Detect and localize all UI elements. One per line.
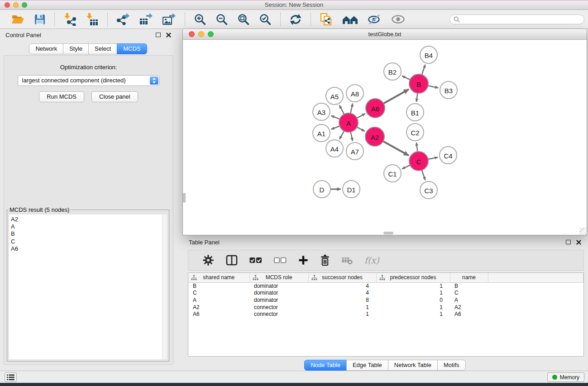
- graph-node-label: C: [416, 158, 421, 166]
- network-graph: B4B2BB3A5A8A6B1A3AA1C2A2A4A7C4CC1C3DD1: [183, 40, 587, 235]
- mcds-result-item[interactable]: C: [11, 238, 167, 245]
- table-row[interactable]: A6connector11A6: [188, 310, 583, 318]
- search-input[interactable]: [462, 16, 580, 23]
- mcds-result-group: MCDS result (5 nodes) A2ABCA6: [7, 206, 169, 362]
- trash-icon: [320, 254, 330, 266]
- control-panel-title: Control Panel: [5, 32, 41, 38]
- close-panel-button[interactable]: Close panel: [91, 91, 138, 102]
- network-window-titlebar[interactable]: testGlobe.txt: [183, 29, 587, 40]
- delete-column-button[interactable]: [320, 254, 330, 266]
- tab-network-table[interactable]: Network Table: [388, 360, 438, 371]
- table-cell: connector: [249, 304, 308, 311]
- main-toolbar: [0, 10, 588, 29]
- graph-node-label: A1: [317, 130, 325, 138]
- zoom-selected-button[interactable]: [258, 13, 273, 26]
- split-view-button[interactable]: [226, 255, 238, 266]
- mcds-result-item[interactable]: B: [11, 230, 167, 238]
- search-icon: [454, 16, 460, 23]
- task-history-button[interactable]: [5, 372, 17, 382]
- resize-grip[interactable]: [579, 228, 586, 234]
- column-header-predecessor-nodes[interactable]: predecessor nodes: [376, 273, 450, 282]
- export-image-button[interactable]: [161, 12, 177, 26]
- column-header-mcds-role[interactable]: MCDS role: [249, 273, 308, 282]
- float-panel-icon[interactable]: [566, 240, 571, 244]
- table-cell: 1: [376, 310, 450, 318]
- save-floppy-icon: [34, 14, 45, 25]
- import-network-button[interactable]: [62, 12, 78, 27]
- table-cell: 1: [308, 304, 376, 311]
- app-titlebar: Session: New Session: [0, 0, 588, 10]
- duplicate-document-icon: [320, 13, 332, 26]
- memory-status-icon: [552, 375, 557, 380]
- deselect-all-button[interactable]: [274, 255, 287, 265]
- tab-network[interactable]: Network: [29, 43, 63, 54]
- scrollbar-track[interactable]: [162, 214, 167, 359]
- column-header-name[interactable]: name: [450, 273, 488, 282]
- network-canvas[interactable]: B4B2BB3A5A8A6B1A3AA1C2A2A4A7C4CC1C3DD1: [183, 40, 587, 235]
- refresh-layout-button[interactable]: [288, 13, 303, 26]
- vertical-scroll-thumb[interactable]: [183, 193, 186, 203]
- toolbar-divider: [185, 13, 185, 26]
- function-builder-button: f(x): [364, 255, 379, 265]
- search-box: [449, 14, 584, 24]
- show-view-button[interactable]: [390, 14, 406, 24]
- column-header-shared-name[interactable]: shared name: [188, 273, 249, 282]
- tab-style[interactable]: Style: [63, 43, 89, 54]
- zoom-in-button[interactable]: [192, 13, 208, 26]
- save-session-button[interactable]: [33, 13, 47, 26]
- table-row[interactable]: Bdominator41B: [188, 282, 583, 290]
- close-panel-icon[interactable]: [166, 33, 171, 38]
- table-row[interactable]: A2connector11A2: [188, 304, 583, 311]
- table-cell-filler: [488, 310, 583, 318]
- table-row[interactable]: Cdominator41C: [188, 290, 583, 297]
- column-header-successor-nodes[interactable]: successor nodes: [308, 273, 376, 282]
- table-toolbar: f(x): [188, 250, 584, 271]
- graph-node-label: C3: [424, 187, 433, 195]
- float-panel-icon[interactable]: [156, 33, 161, 37]
- close-panel-icon[interactable]: [576, 240, 581, 245]
- run-mcds-button[interactable]: Run MCDS: [39, 91, 84, 102]
- table-panel-title: Table Panel: [189, 239, 220, 246]
- session-title: Session: New Session: [0, 1, 588, 8]
- desktop-background: [0, 383, 588, 386]
- graph-node-label: B4: [425, 52, 433, 59]
- zoom-out-button[interactable]: [214, 13, 229, 26]
- table-cell: 1: [308, 310, 376, 318]
- graph-node-label: A3: [317, 109, 325, 116]
- add-column-button[interactable]: [298, 255, 308, 265]
- houses-button[interactable]: [340, 13, 360, 26]
- tab-node-table[interactable]: Node Table: [304, 360, 347, 371]
- table-settings-button[interactable]: [202, 254, 214, 266]
- tab-mcds[interactable]: MCDS: [117, 43, 147, 54]
- table-cell: 4: [308, 282, 376, 290]
- horizontal-scroll-thumb[interactable]: [383, 232, 393, 234]
- tab-select[interactable]: Select: [88, 43, 117, 54]
- tab-motifs[interactable]: Motifs: [437, 360, 466, 371]
- network-title: testGlobe.txt: [183, 31, 587, 38]
- criterion-select[interactable]: largest connected component (directed): [18, 75, 160, 86]
- graph-node-label: B3: [445, 87, 453, 95]
- memory-button[interactable]: Memory: [547, 372, 584, 382]
- mcds-result-item[interactable]: A: [11, 223, 167, 230]
- table-cell: A6: [188, 310, 249, 318]
- table-panel: Table Panel: [182, 236, 588, 371]
- zoom-selected-icon: [259, 14, 271, 25]
- tab-edge-table[interactable]: Edge Table: [346, 360, 388, 371]
- select-all-button[interactable]: [249, 255, 262, 265]
- hide-details-button[interactable]: [366, 13, 383, 26]
- table-cell-filler: [488, 304, 583, 311]
- unchecked-boxes-icon: [274, 255, 287, 265]
- open-session-button[interactable]: [10, 13, 26, 26]
- refresh-icon: [290, 14, 301, 25]
- graph-node-label: A4: [330, 145, 339, 153]
- mcds-panel: Optimization criterion: largest connecte…: [4, 55, 173, 365]
- import-table-button[interactable]: [84, 12, 100, 27]
- mcds-result-item[interactable]: A2: [11, 216, 167, 223]
- zoom-fit-button[interactable]: [236, 13, 251, 26]
- mcds-result-item[interactable]: A6: [11, 245, 167, 253]
- export-table-button[interactable]: [138, 12, 154, 26]
- table-row[interactable]: Adominator80A: [188, 296, 583, 304]
- duplicate-network-button[interactable]: [318, 12, 334, 27]
- table-cell: A6: [450, 310, 488, 318]
- export-network-button[interactable]: [115, 12, 131, 26]
